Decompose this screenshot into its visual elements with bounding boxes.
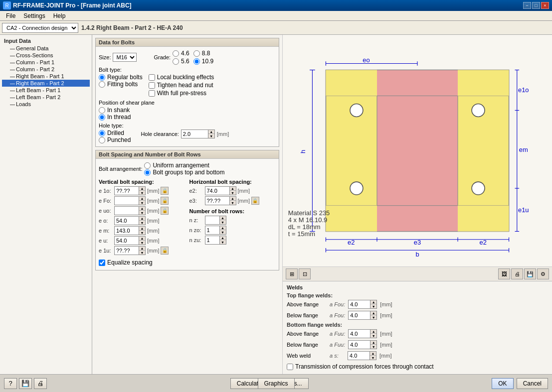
maximize-button[interactable]: □ <box>532 2 540 9</box>
e1o-up[interactable]: ▲ <box>139 187 145 191</box>
sidebar-item-cross-sections[interactable]: Cross-Sections <box>2 52 90 59</box>
above-flange-down[interactable]: ▼ <box>370 304 376 308</box>
eu-up[interactable]: ▲ <box>139 237 145 241</box>
sidebar-item-column-part1[interactable]: Column - Part 1 <box>2 59 90 66</box>
above-flange-up[interactable]: ▲ <box>370 300 376 304</box>
in-thread-radio[interactable] <box>99 114 105 121</box>
local-buckling-checkbox[interactable] <box>149 74 155 81</box>
save-button[interactable]: 💾 <box>19 378 32 389</box>
close-button[interactable]: × <box>541 2 549 9</box>
below-bottom-input[interactable] <box>348 340 370 349</box>
save-graphics-button[interactable]: 💾 <box>524 268 536 279</box>
below-top-up[interactable]: ▲ <box>370 311 376 315</box>
connection-design-dropdown[interactable]: CA2 - Connection design <box>2 23 78 33</box>
sidebar-item-loads[interactable]: Loads <box>2 101 90 108</box>
efo-up[interactable]: ▲ <box>139 197 145 201</box>
eo-input[interactable] <box>114 216 139 225</box>
cancel-button[interactable]: Cancel <box>517 378 548 389</box>
sidebar-item-right-beam-part1[interactable]: Right Beam - Part 1 <box>2 73 90 80</box>
e3-down[interactable]: ▼ <box>230 201 236 205</box>
e3-lock[interactable]: 🔒 <box>251 197 259 205</box>
e1o-input[interactable] <box>114 186 139 195</box>
hole-clearance-up[interactable]: ▲ <box>208 130 214 134</box>
compression-forces-checkbox[interactable] <box>287 364 293 370</box>
bolt-groups-radio[interactable] <box>144 169 151 176</box>
nzu-down[interactable]: ▼ <box>220 240 226 244</box>
e1u-up[interactable]: ▲ <box>139 247 145 251</box>
menu-file[interactable]: File <box>2 12 19 20</box>
sidebar-item-left-beam-part1[interactable]: Left Beam - Part 1 <box>2 87 90 94</box>
e1o-lock[interactable]: 🔒 <box>161 187 169 195</box>
tighten-head-checkbox[interactable] <box>149 82 155 89</box>
e3-up[interactable]: ▲ <box>230 197 236 201</box>
graphics-button[interactable]: Graphics <box>257 378 294 389</box>
below-top-down[interactable]: ▼ <box>370 315 376 319</box>
above-flange-input[interactable] <box>348 300 370 309</box>
euo-input[interactable] <box>114 206 139 215</box>
e2-input[interactable] <box>205 186 230 195</box>
settings-graphics-button[interactable]: ⚙ <box>537 268 549 279</box>
above-bottom-input[interactable] <box>348 329 370 338</box>
render-button[interactable]: 🖼 <box>498 268 510 279</box>
eo-up[interactable]: ▲ <box>139 217 145 221</box>
equalize-spacing-checkbox[interactable] <box>99 260 105 266</box>
hole-clearance-input[interactable] <box>181 130 208 138</box>
nzu-up[interactable]: ▲ <box>220 236 226 240</box>
nz-input[interactable] <box>205 216 220 225</box>
web-weld-down[interactable]: ▼ <box>370 356 376 360</box>
em-input[interactable] <box>114 226 139 235</box>
fitting-bolts-radio[interactable] <box>99 81 105 88</box>
zoom-selection-button[interactable]: ⊡ <box>299 268 311 279</box>
help-button[interactable]: ? <box>4 378 17 389</box>
euo-lock[interactable]: 🔒 <box>161 207 169 215</box>
e1o-down[interactable]: ▼ <box>139 191 145 195</box>
drilled-radio[interactable] <box>99 130 105 136</box>
below-top-flange-input[interactable] <box>348 311 370 320</box>
nzu-input[interactable] <box>205 236 220 245</box>
euo-down[interactable]: ▼ <box>139 211 145 215</box>
sidebar-item-general-data[interactable]: General Data <box>2 45 90 52</box>
e1u-input[interactable] <box>114 246 139 255</box>
em-up[interactable]: ▲ <box>139 227 145 231</box>
uniform-arrangement-radio[interactable] <box>144 162 151 169</box>
eo-down[interactable]: ▼ <box>139 221 145 225</box>
nz-down[interactable]: ▼ <box>220 220 226 224</box>
grade-46-radio[interactable] <box>173 50 179 57</box>
sidebar-item-left-beam-part2[interactable]: Left Beam - Part 2 <box>2 94 90 101</box>
efo-input[interactable] <box>114 196 139 205</box>
nz-up[interactable]: ▲ <box>220 216 226 220</box>
eu-down[interactable]: ▼ <box>139 241 145 245</box>
grade-88-radio[interactable] <box>193 50 200 57</box>
grade-109-radio[interactable] <box>193 58 200 65</box>
menu-settings[interactable]: Settings <box>19 12 49 20</box>
grade-56-radio[interactable] <box>173 58 179 65</box>
sidebar-item-column-part2[interactable]: Column - Part 2 <box>2 66 90 73</box>
above-bottom-down[interactable]: ▼ <box>370 334 376 338</box>
below-bottom-up[interactable]: ▲ <box>370 341 376 345</box>
zoom-fit-button[interactable]: ⊞ <box>286 268 298 279</box>
nzo-down[interactable]: ▼ <box>220 230 226 234</box>
minimize-button[interactable]: − <box>523 2 531 9</box>
web-weld-up[interactable]: ▲ <box>370 352 376 356</box>
nzo-up[interactable]: ▲ <box>220 226 226 230</box>
print-button[interactable]: 🖨 <box>34 378 47 389</box>
print-graphics-button[interactable]: 🖨 <box>511 268 523 279</box>
efo-lock[interactable]: 🔒 <box>161 197 169 205</box>
efo-down[interactable]: ▼ <box>139 201 145 205</box>
e1u-down[interactable]: ▼ <box>139 251 145 255</box>
punched-radio[interactable] <box>99 137 105 143</box>
euo-up[interactable]: ▲ <box>139 207 145 211</box>
menu-help[interactable]: Help <box>49 12 70 20</box>
below-bottom-down[interactable]: ▼ <box>370 345 376 349</box>
e2-up[interactable]: ▲ <box>230 187 236 191</box>
eu-input[interactable] <box>114 236 139 245</box>
full-prestress-checkbox[interactable] <box>149 90 155 97</box>
size-select[interactable]: M16M20M24 <box>113 53 137 62</box>
in-shank-radio[interactable] <box>99 107 105 114</box>
e1u-lock[interactable]: 🔒 <box>161 247 169 255</box>
nzo-input[interactable] <box>205 226 220 235</box>
above-bottom-up[interactable]: ▲ <box>370 330 376 334</box>
sidebar-item-right-beam-part2[interactable]: Right Beam - Part 2 <box>2 80 90 87</box>
e2-down[interactable]: ▼ <box>230 191 236 195</box>
regular-bolts-radio[interactable] <box>99 74 105 81</box>
